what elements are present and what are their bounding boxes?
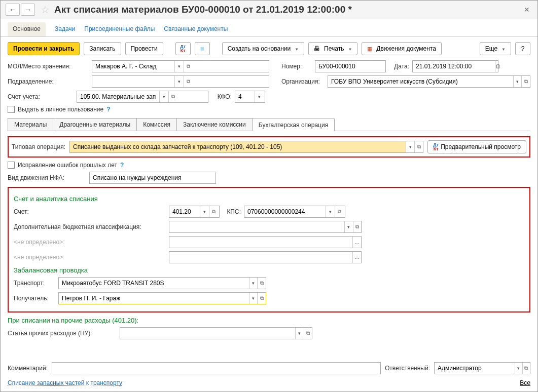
open-icon[interactable] [304, 328, 312, 339]
tab-accounting[interactable]: Бухгалтерская операция [252, 119, 335, 131]
section-writeoff-title: Счет и аналитика списания [14, 195, 524, 203]
movements-button[interactable]: Движения документа [362, 42, 442, 55]
other-expenses-input[interactable] [120, 327, 312, 339]
open-icon[interactable] [414, 141, 423, 152]
tab-conclusion[interactable]: Заключение комиссии [176, 118, 253, 131]
favorite-icon[interactable]: ☆ [39, 4, 51, 16]
footer: Комментарий: Ответственный: [1, 359, 537, 377]
comment-label: Комментарий: [8, 365, 48, 372]
dept-input[interactable] [92, 75, 269, 88]
dt-kt-button[interactable]: ДтКт [175, 42, 191, 55]
accounting-panel: Типовая операция: ДтКт Предварительный п… [8, 131, 530, 347]
ellipsis-icon[interactable]: … [352, 237, 361, 248]
open-icon[interactable] [335, 206, 344, 217]
transport-label: Транспорт: [14, 280, 55, 287]
kfo-label: КФО: [211, 93, 232, 100]
fix-errors-checkbox[interactable] [8, 162, 15, 169]
tab-main[interactable]: Основное [8, 22, 46, 36]
chevron-down-icon[interactable] [295, 328, 303, 339]
recipient-input[interactable] [58, 292, 266, 304]
open-icon[interactable] [257, 278, 266, 289]
inner-tabs: Материалы Драгоценные материалы Комиссия… [8, 118, 530, 131]
open-icon[interactable] [168, 91, 177, 102]
help-icon[interactable]: ? [120, 162, 124, 169]
chevron-down-icon[interactable] [344, 221, 352, 232]
account-input[interactable] [77, 91, 208, 103]
chevron-down-icon[interactable] [200, 206, 209, 217]
transport-input[interactable] [58, 277, 266, 289]
date-label: Дата: [389, 63, 409, 70]
print-button[interactable]: Печать [308, 42, 357, 55]
open-icon[interactable] [184, 76, 193, 87]
close-icon[interactable]: × [521, 5, 532, 15]
chevron-down-icon[interactable] [249, 278, 258, 289]
tab-commission[interactable]: Комиссия [136, 118, 177, 131]
chevron-down-icon[interactable] [159, 91, 168, 102]
post-button[interactable]: Провести [125, 42, 163, 55]
preview-button[interactable]: ДтКт Предварительный просмотр [427, 140, 526, 153]
tab-materials[interactable]: Материалы [8, 118, 53, 131]
list-icon [200, 45, 204, 53]
save-button[interactable]: Записать [84, 42, 121, 55]
personal-use-checkbox[interactable] [8, 106, 15, 113]
print-icon [314, 45, 322, 52]
open-icon[interactable] [522, 363, 530, 374]
post-and-close-button[interactable]: Провести и закрыть [8, 42, 80, 55]
chevron-down-icon[interactable] [515, 363, 522, 374]
help-icon[interactable]: ? [106, 106, 110, 113]
titlebar: ← → ☆ Акт списания материалов БУ00-00001… [1, 1, 537, 19]
chevron-down-icon[interactable] [255, 91, 264, 102]
chevron-down-icon[interactable] [249, 293, 258, 304]
kps-label: КПС: [223, 208, 241, 215]
undef2-input[interactable]: … [169, 251, 362, 263]
chevron-down-icon[interactable] [406, 141, 414, 152]
tab-tasks[interactable]: Задачи [55, 22, 75, 36]
typical-operation-input[interactable] [69, 141, 423, 153]
kps-input[interactable] [244, 206, 345, 218]
open-icon[interactable] [521, 76, 530, 87]
kfo-input[interactable] [235, 91, 265, 103]
all-link[interactable]: Все [520, 379, 530, 386]
section-offbalance-title: Забалансовая проводка [14, 266, 524, 274]
open-icon[interactable] [353, 221, 361, 232]
comment-input[interactable] [52, 362, 381, 374]
bottom-link[interactable]: Списание запасных частей к транспорту [8, 379, 122, 386]
addl-budget-input[interactable] [169, 221, 362, 233]
personal-use-label: Выдать в личное пользование [18, 106, 103, 113]
tab-files[interactable]: Присоединенные файлы [84, 22, 155, 36]
nav-back-button[interactable]: ← [6, 4, 20, 16]
account-label: Счет учета: [8, 93, 74, 100]
writeoff-account-input[interactable] [169, 206, 220, 218]
create-based-button[interactable]: Создать на основании [222, 42, 304, 55]
number-input[interactable] [315, 60, 386, 72]
mol-input[interactable] [92, 60, 269, 72]
nav-forward-button[interactable]: → [21, 4, 35, 16]
toolbar: Провести и закрыть Записать Провести ДтК… [1, 37, 537, 60]
undef1-input[interactable]: … [169, 236, 362, 248]
help-button[interactable]: ? [515, 42, 530, 55]
list-button[interactable] [195, 42, 210, 55]
calendar-icon[interactable] [495, 61, 501, 72]
chevron-down-icon[interactable] [174, 61, 184, 72]
date-input[interactable] [412, 60, 498, 72]
tab-precious[interactable]: Драгоценные материалы [53, 118, 137, 131]
header-form: МОЛ/Место хранения: Номер: Дата: Подразд… [1, 60, 537, 116]
more-button[interactable]: Еще [480, 42, 511, 55]
chevron-down-icon[interactable] [513, 76, 522, 87]
chevron-down-icon[interactable] [326, 206, 335, 217]
open-icon[interactable] [257, 293, 266, 304]
section-tabs: Основное Задачи Присоединенные файлы Свя… [1, 19, 537, 37]
ellipsis-icon[interactable]: … [352, 252, 361, 263]
nfa-input[interactable] [89, 172, 216, 184]
org-input[interactable] [328, 75, 530, 88]
chevron-down-icon[interactable] [174, 76, 184, 87]
tab-related[interactable]: Связанные документы [164, 22, 228, 36]
open-icon[interactable] [184, 61, 193, 72]
responsible-input[interactable] [434, 362, 530, 374]
dt-kt-icon: ДтКт [433, 143, 439, 151]
open-icon[interactable] [209, 206, 218, 217]
typical-operation-label: Типовая операция: [12, 143, 65, 150]
writeoff-section-highlight: Счет и аналитика списания Счет: КПС: Доп… [8, 187, 530, 312]
window-title: Акт списания материалов БУ00-000010 от 2… [54, 4, 521, 15]
bottom-bar: Списание запасных частей к транспорту Вс… [1, 377, 537, 391]
